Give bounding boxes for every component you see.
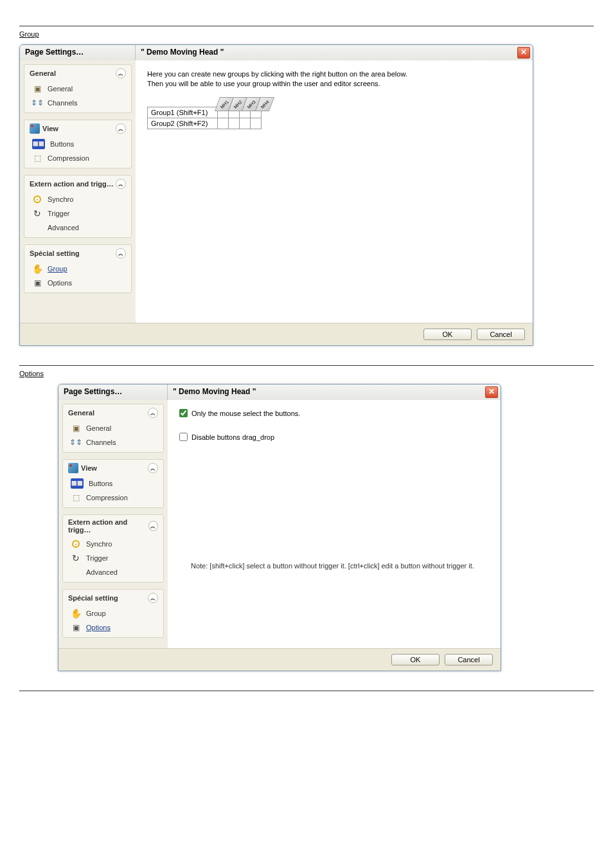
page-settings-dialog-options: Page Settings… " Demo Moving Head " ✕ Ge… [58, 384, 501, 671]
blank-icon [71, 567, 81, 577]
disable-drag-checkbox-row[interactable]: Disable buttons drag_drop [179, 433, 489, 441]
title-left: Page Settings… [58, 384, 168, 400]
sidebar-item-advanced[interactable]: Advanced [63, 565, 163, 579]
sidebar-item-channels[interactable]: ⇕⇕ Channels [24, 96, 131, 110]
ok-button[interactable]: OK [391, 654, 440, 665]
group-header-extern[interactable]: Extern action and trigg… ︽ [63, 515, 163, 537]
sidebar-item-buttons[interactable]: ⬜⬜ Buttons [24, 137, 131, 151]
group-title: Spécial setting [68, 594, 118, 602]
title-center: " Demo Moving Head " [136, 45, 517, 60]
group-icon: ✋ [71, 608, 81, 619]
group-header-view[interactable]: View ︽ [24, 120, 131, 137]
sidebar-item-label: Options [48, 279, 72, 287]
group-header-special[interactable]: Spécial setting ︽ [63, 590, 163, 606]
group-label[interactable]: Group1 (Shift+F1) [147, 107, 218, 118]
group-title: View [81, 464, 97, 472]
group-title: Spécial setting [30, 249, 80, 257]
blank-icon [32, 222, 42, 233]
sidebar-group-view: View ︽ ⬜⬜ Buttons ⬚ Compression [24, 120, 132, 168]
sidebar-group-view: View ︽ ⬜⬜ Buttons ⬚ Compression [62, 459, 164, 508]
sidebar-item-compression[interactable]: ⬚ Compression [63, 491, 163, 505]
cancel-button[interactable]: Cancel [445, 654, 493, 665]
sidebar-item-compression[interactable]: ⬚ Compression [24, 151, 131, 165]
dialog-footer: OK Cancel [20, 323, 533, 345]
cancel-button[interactable]: Cancel [477, 329, 525, 340]
only-mouse-checkbox[interactable] [179, 409, 188, 417]
title-center: " Demo Moving Head " [168, 384, 485, 400]
group-header-extern[interactable]: Extern action and trigg… ︽ [24, 176, 131, 192]
close-button[interactable]: ✕ [485, 386, 498, 398]
sidebar-item-label: Trigger [86, 554, 108, 562]
ok-button[interactable]: OK [423, 329, 472, 340]
group-header-general[interactable]: General ︽ [63, 404, 163, 421]
only-mouse-checkbox-row[interactable]: Only the mouse select the buttons. [179, 409, 489, 417]
close-button[interactable]: ✕ [517, 47, 530, 59]
sidebar-item-trigger[interactable]: ↻ Trigger [24, 206, 131, 221]
sidebar-item-channels[interactable]: ⇕⇕ Channels [63, 435, 163, 449]
disable-drag-checkbox[interactable] [179, 433, 188, 441]
sidebar-item-label: Group [48, 265, 67, 273]
fixture-header-row: MH1 MH2 MH3 MH4 [218, 97, 272, 111]
chevron-up-icon[interactable]: ︽ [116, 68, 126, 78]
trigger-icon: ↻ [32, 208, 42, 219]
sidebar-item-label: Compression [48, 154, 89, 162]
chevron-up-icon[interactable]: ︽ [148, 521, 158, 531]
group-cell[interactable] [217, 118, 229, 129]
synchro-icon [71, 539, 81, 549]
options-icon: ▣ [32, 278, 42, 288]
group-row[interactable]: Group2 (Shift+F2) [147, 118, 521, 129]
group-row[interactable]: Group1 (Shift+F1) [147, 107, 521, 118]
sidebar-item-label: General [48, 85, 73, 93]
sidebar-item-label: Buttons [89, 480, 112, 487]
chevron-up-icon[interactable]: ︽ [116, 248, 126, 258]
group-title: View [42, 125, 58, 132]
group-label[interactable]: Group2 (Shift+F2) [147, 118, 218, 129]
sidebar-item-label: Advanced [48, 224, 79, 231]
sidebar-item-label: General [86, 424, 111, 432]
page-bottom-rule [19, 691, 594, 691]
sidebar-item-synchro[interactable]: Synchro [24, 192, 131, 206]
group-cell[interactable] [228, 118, 240, 129]
group-title: General [30, 69, 56, 77]
close-icon: ✕ [488, 387, 495, 396]
groups-area[interactable]: MH1 MH2 MH3 MH4 Group1 (Shift+F1) [147, 102, 521, 129]
sidebar-item-label: Channels [48, 99, 77, 107]
page-icon: ▣ [71, 423, 81, 433]
sidebar-item-general[interactable]: ▣ General [24, 82, 131, 96]
sidebar-item-label: Trigger [48, 210, 69, 217]
chevron-up-icon[interactable]: ︽ [148, 463, 158, 473]
note-text: Note: [shift+click] select a button with… [191, 562, 474, 570]
sidebar-item-group[interactable]: ✋ Group [63, 606, 163, 620]
sidebar-item-options[interactable]: ▣ Options [24, 276, 131, 290]
channels-icon: ⇕⇕ [71, 437, 81, 448]
sidebar-group-special: Spécial setting ︽ ✋ Group ▣ Options [62, 589, 164, 638]
chevron-up-icon[interactable]: ︽ [116, 179, 126, 189]
view-icon [30, 123, 40, 134]
sidebar-item-buttons[interactable]: ⬜⬜ Buttons [63, 476, 163, 491]
dialog-footer: OK Cancel [58, 648, 501, 671]
sidebar-item-label: Group [86, 610, 106, 617]
compression-icon: ⬚ [71, 493, 81, 503]
sidebar-item-synchro[interactable]: Synchro [63, 537, 163, 551]
group-title: Extern action and trigg… [30, 180, 114, 188]
sidebar-item-trigger[interactable]: ↻ Trigger [63, 551, 163, 565]
sidebar-item-label: Channels [86, 439, 116, 446]
sidebar-group-special: Spécial setting ︽ ✋ Group ▣ Options [24, 244, 132, 293]
sidebar-item-general[interactable]: ▣ General [63, 421, 163, 435]
group-header-general[interactable]: General ︽ [24, 65, 131, 82]
compression-icon: ⬚ [32, 153, 42, 163]
sidebar-item-group[interactable]: ✋ Group [24, 262, 131, 276]
chevron-up-icon[interactable]: ︽ [116, 123, 126, 134]
sidebar-group-extern: Extern action and trigg… ︽ Synchro ↻ Tri… [24, 175, 132, 238]
sidebar-item-advanced[interactable]: Advanced [24, 221, 131, 235]
group-cell[interactable] [250, 118, 262, 129]
chevron-up-icon[interactable]: ︽ [148, 408, 158, 418]
group-header-special[interactable]: Spécial setting ︽ [24, 245, 131, 262]
group-header-view[interactable]: View ︽ [63, 460, 163, 476]
sidebar-group-general: General ︽ ▣ General ⇕⇕ Channels [62, 404, 164, 453]
chevron-up-icon[interactable]: ︽ [148, 593, 158, 603]
group-cell[interactable] [239, 118, 251, 129]
sidebar-item-options[interactable]: ▣ Options [63, 620, 163, 635]
settings-sidebar: General ︽ ▣ General ⇕⇕ Channels [20, 60, 136, 323]
sidebar-group-general: General ︽ ▣ General ⇕⇕ Channels [24, 64, 132, 113]
